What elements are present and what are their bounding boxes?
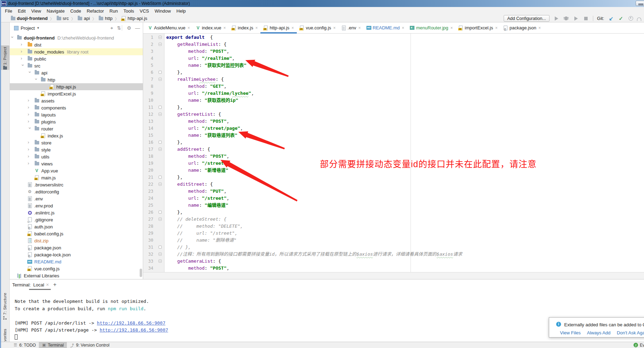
menu-help[interactable]: Help [174, 8, 189, 14]
editor-tab-AsideMenu.vue[interactable]: VAsideMenu.vue× [145, 22, 193, 33]
tree-item-App.vue[interactable]: VApp.vue [10, 167, 143, 174]
chevron-collapsed-icon[interactable]: › [28, 119, 29, 124]
editor-tab-package.json[interactable]: package.json× [500, 22, 544, 33]
git-update-icon[interactable]: ↙ [608, 16, 614, 21]
editor-tab-vue.config.js[interactable]: vue.config.js× [297, 22, 338, 33]
tree-item-.browserslistrc[interactable]: .browserslistrc [10, 181, 143, 188]
tree-item-duoji-frontend[interactable]: ⌄duoji-frontendD:\zheheWeb\duoji-fronten… [10, 34, 143, 41]
new-terminal-icon[interactable]: + [53, 282, 56, 288]
chevron-expanded-icon[interactable]: ⌄ [10, 33, 14, 39]
tree-item-components[interactable]: ›components [10, 104, 143, 111]
close-icon[interactable]: × [188, 26, 190, 30]
tree-item-public[interactable]: ›public [10, 55, 143, 62]
chevron-expanded-icon[interactable]: ⌄ [21, 61, 25, 67]
menu-file[interactable]: File [2, 8, 15, 14]
breadcrumb-api[interactable]: 〉api [69, 16, 90, 21]
chevron-collapsed-icon[interactable]: › [28, 105, 29, 110]
tree-item-package.json[interactable]: package.json [10, 244, 143, 251]
chevron-expanded-icon[interactable]: ⌄ [34, 75, 38, 81]
debug-icon[interactable] [564, 16, 569, 21]
menu-navigate[interactable]: Navigate [44, 8, 67, 14]
tree-item-api[interactable]: ⌄api [10, 69, 143, 76]
tree-item-.gitignore[interactable]: .gitignore [10, 216, 143, 223]
fold-marker[interactable] [159, 36, 162, 39]
tree-item-main.js[interactable]: main.js [10, 174, 143, 181]
chevron-collapsed-icon[interactable]: › [21, 49, 22, 54]
editor-tab-http-api.js[interactable]: http-api.js× [260, 22, 296, 33]
breadcrumb-src[interactable]: 〉src [48, 16, 69, 21]
editor-tab-importExcel.js[interactable]: importExcel.js× [456, 22, 500, 33]
tree-item-.editorconfig[interactable]: ⚙.editorconfig [10, 188, 143, 195]
hide-panel-icon[interactable]: — [135, 25, 140, 31]
fold-end-marker[interactable] [159, 246, 162, 249]
locate-icon[interactable]: ⌖ [110, 25, 113, 31]
chevron-collapsed-icon[interactable]: › [28, 161, 29, 166]
chevron-collapsed-icon[interactable]: › [21, 56, 22, 61]
fold-end-marker[interactable] [159, 106, 162, 109]
statusbar-6-todo[interactable]: ☰6: TODO [10, 342, 39, 348]
close-icon[interactable]: × [255, 26, 258, 30]
statusbar-terminal[interactable]: ▣Terminal [39, 342, 67, 348]
fold-marker[interactable] [159, 43, 162, 46]
terminal-tab-local[interactable]: Local [33, 282, 44, 287]
tree-item-utils[interactable]: ›utils [10, 153, 143, 160]
fold-marker[interactable] [159, 218, 162, 221]
fold-marker[interactable] [159, 183, 162, 186]
tree-item-vue.config.js[interactable]: vue.config.js [10, 265, 143, 272]
menu-code[interactable]: Code [68, 8, 84, 14]
tree-item-auth.json[interactable]: auth.json [10, 223, 143, 230]
tree-item-.env.prod[interactable]: .env.prod [10, 202, 143, 209]
chevron-collapsed-icon[interactable]: › [28, 112, 29, 117]
close-icon[interactable]: × [223, 26, 226, 30]
breadcrumb-duoji-frontend[interactable]: duoji-frontend [10, 16, 48, 21]
tree-item-.eslintrc.js[interactable]: .eslintrc.js [10, 209, 143, 216]
tree-item-dist[interactable]: ›dist [10, 41, 143, 48]
tree-item-External Libraries[interactable]: External Libraries [10, 272, 143, 279]
minimize-button[interactable] [636, 1, 644, 6]
fold-marker[interactable] [159, 78, 162, 81]
collapse-all-icon[interactable]: ⇅ [117, 25, 121, 31]
menu-tools[interactable]: Tools [121, 8, 137, 14]
tree-item-README.md[interactable]: MDREADME.md [10, 258, 143, 265]
close-icon[interactable]: × [450, 26, 453, 30]
editor-tab-README.md[interactable]: MDREADME.md× [364, 22, 407, 33]
tree-item-node_modules[interactable]: ›node_moduleslibrary root [10, 48, 143, 55]
fold-end-marker[interactable] [159, 211, 162, 214]
revert-icon[interactable] [636, 16, 642, 21]
close-icon[interactable]: × [402, 26, 404, 30]
breadcrumb-http-api.js[interactable]: 〉http-api.js [112, 16, 147, 21]
close-icon[interactable]: × [538, 26, 541, 30]
coverage-icon[interactable] [573, 16, 579, 21]
close-icon[interactable]: × [495, 26, 498, 30]
notification-action-always-add[interactable]: Always Add [587, 330, 610, 335]
tree-item-store[interactable]: ›store [10, 139, 143, 146]
tree-item-assets[interactable]: ›assets [10, 97, 143, 104]
tree-item-http[interactable]: ⌄http [10, 76, 143, 83]
tree-item-dist.zip[interactable]: dist.zip [10, 237, 143, 244]
menu-edit[interactable]: Edit [15, 8, 28, 14]
fold-end-marker[interactable] [159, 71, 162, 74]
run-icon[interactable] [554, 16, 559, 21]
stop-icon[interactable] [583, 16, 589, 21]
tree-item-importExcel.js[interactable]: importExcel.js [10, 90, 143, 97]
close-icon[interactable]: ✕ [46, 283, 49, 287]
chevron-collapsed-icon[interactable]: › [28, 98, 29, 103]
tree-item-style[interactable]: ›style [10, 146, 143, 153]
chevron-expanded-icon[interactable]: ⌄ [28, 124, 32, 130]
fold-marker[interactable] [159, 113, 162, 116]
tree-item-views[interactable]: ›views [10, 160, 143, 167]
tree-item-.env[interactable]: .env [10, 195, 143, 202]
terminal-link[interactable]: http://192.168.66.56:9007 [100, 327, 168, 333]
fold-end-marker[interactable] [159, 176, 162, 179]
chevron-collapsed-icon[interactable]: › [28, 154, 29, 159]
menu-refactor[interactable]: Refactor [84, 8, 107, 14]
close-icon[interactable]: × [292, 26, 294, 30]
tree-item-babel.config.js[interactable]: babel.config.js [10, 230, 143, 237]
menu-window[interactable]: Window [152, 8, 174, 14]
add-configuration-button[interactable]: Add Configuration... [504, 15, 550, 22]
menu-vcs[interactable]: VCS [137, 8, 152, 14]
code-content[interactable]: export default { getRealTimeList: { meth… [166, 34, 462, 272]
notification-action-view-files[interactable]: View Files [560, 330, 581, 335]
fold-marker[interactable] [159, 253, 162, 256]
terminal-link[interactable]: http://192.168.66.56:9007 [97, 320, 166, 326]
